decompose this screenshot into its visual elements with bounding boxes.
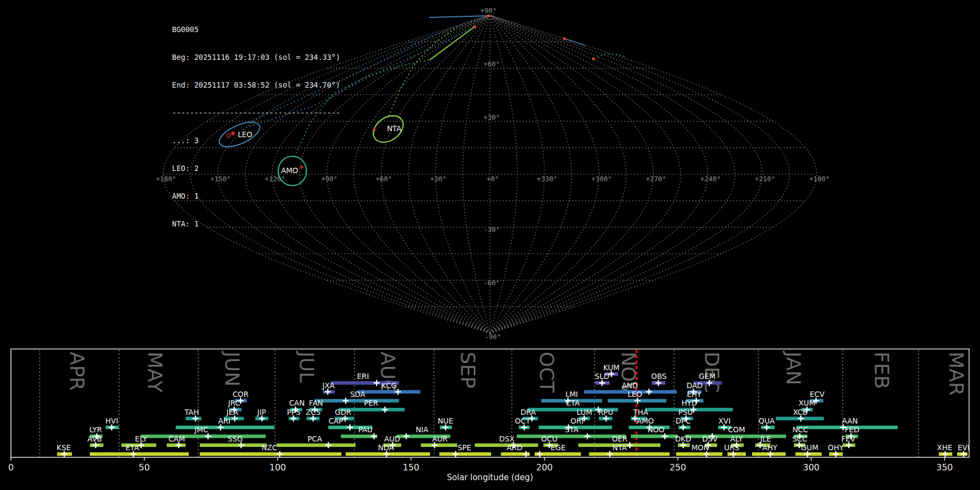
shower-label-NDA: NDA <box>378 443 394 452</box>
meteor-dot <box>563 37 566 40</box>
month-label-JUL: JUL <box>296 351 318 383</box>
meteor-observation-figure: +180°+150°+120°+90°+60°+30°+0°+330°+300°… <box>0 0 980 490</box>
shower-label-LYR: LYR <box>89 425 102 434</box>
shower-label-JRC: JRC <box>228 399 240 407</box>
count-leo: LEO: 2 <box>172 164 340 173</box>
shower-label-DKD: DKD <box>675 434 691 443</box>
meteor-dot <box>487 14 489 17</box>
shower-bar-SDA <box>315 399 399 403</box>
shower-label-ZCS: ZCS <box>306 408 321 416</box>
lon-label: +180° <box>809 175 830 183</box>
shower-bar-KCG <box>358 390 420 394</box>
shower-bar-STA <box>517 434 626 438</box>
shower-label-XVI: XVI <box>719 416 731 425</box>
shower-label-ELY: ELY <box>135 434 148 443</box>
shower-label-GDR: GDR <box>335 408 351 416</box>
shower-label-RPU: RPU <box>598 408 613 416</box>
sky-map-chart: +180°+150°+120°+90°+60°+30°+0°+330°+300°… <box>0 0 980 347</box>
shower-label-LUM: LUM <box>577 408 592 416</box>
lon-label: +330° <box>537 175 558 183</box>
camera-id: BG0005 <box>172 25 340 34</box>
shower-label-KUM: KUM <box>603 363 620 372</box>
shower-label-OHY: OHY <box>828 443 844 452</box>
x-tick-label: 200 <box>536 462 553 473</box>
shower-label-STA: STA <box>565 425 579 434</box>
shower-bar-SPE <box>439 452 491 456</box>
shower-label-ARI: ARI <box>218 416 231 425</box>
shower-label-DSV: DSV <box>702 434 718 443</box>
shower-label-XHE: XHE <box>937 443 952 452</box>
month-label-APR: APR <box>66 352 88 390</box>
shower-label-OER: OER <box>612 434 628 443</box>
shower-label-PSU: PSU <box>678 408 693 416</box>
shower-label-TAH: TAH <box>184 408 199 416</box>
x-tick-label: 100 <box>270 462 286 473</box>
shower-label-SLD: SLD <box>595 372 610 381</box>
shower-bar-ETA <box>90 452 189 456</box>
shower-label-PAU: PAU <box>358 425 372 434</box>
x-tick-label: 0 <box>8 462 14 473</box>
observation-header: BG0005 Beg: 20251116 19:17:03 (sol = 234… <box>172 7 340 247</box>
month-label-MAR: MAR <box>945 352 967 396</box>
shower-label-CAP: CAP <box>328 416 343 425</box>
count-sporadic: ...: 3 <box>172 136 340 145</box>
shower-bar-PCA <box>277 443 356 447</box>
shower-label-DPC: DPC <box>676 416 691 425</box>
shower-label-HVI: HVI <box>106 416 118 425</box>
shower-label-NZC: NZC <box>261 443 277 452</box>
shower-label-QUA: QUA <box>758 416 775 425</box>
month-label-SEP: SEP <box>457 352 479 388</box>
month-label-MAY: MAY <box>144 352 166 393</box>
lat-label: -30° <box>483 225 500 234</box>
shower-label-SPE: SPE <box>457 443 471 452</box>
shower-bar-MON <box>676 452 722 456</box>
meteor-dot <box>473 25 476 28</box>
x-tick-label: 150 <box>403 462 420 473</box>
shower-label-JMC: JMC <box>194 425 208 434</box>
lon-label: +0° <box>487 175 499 183</box>
shower-label-EVI: EVI <box>958 443 970 452</box>
x-axis-ticks: 050100150200250300350 <box>8 457 953 473</box>
shower-label-DSX: DSX <box>499 434 514 443</box>
x-tick-label: 250 <box>670 462 687 473</box>
lat-label: -60° <box>483 279 500 287</box>
shower-label-MON: MON <box>691 443 709 452</box>
month-label-JAN: JAN <box>782 351 805 385</box>
shower-label-CAN: CAN <box>289 399 305 407</box>
x-tick-label: 300 <box>803 462 820 473</box>
shower-labels: KUMERISLDOBSGEMJXAKCGANDDADCORSDALMILEOE… <box>57 363 970 452</box>
end-time: End: 20251117 03:58:52 (sol = 234.70°) <box>172 81 340 90</box>
lat-label: +30° <box>483 113 500 121</box>
shower-label-AVB: AVB <box>87 434 102 443</box>
count-amo: AMO: 1 <box>172 192 340 201</box>
shower-bar-JMC <box>140 434 266 438</box>
shower-label-OCT: OCT <box>515 416 531 425</box>
shower-label-JEA: JEA <box>226 408 239 416</box>
shower-label-AMO: AMO <box>636 416 654 425</box>
shower-label-ETA: ETA <box>125 443 139 452</box>
shower-bar-ARI <box>176 426 274 430</box>
shower-label-PCA: PCA <box>308 434 323 443</box>
shower-label-AHY: AHY <box>762 443 777 452</box>
shower-label-PER: PER <box>364 399 378 407</box>
lon-label: +270° <box>646 175 666 183</box>
month-label-FEB: FEB <box>871 352 893 389</box>
meteor-dot <box>592 57 595 60</box>
lon-label: +210° <box>755 175 775 183</box>
shower-label-AND: AND <box>622 381 638 390</box>
shower-label-HYD: HYD <box>682 399 697 407</box>
shower-label-AAN: AAN <box>842 416 858 425</box>
lon-label: +240° <box>700 175 721 183</box>
shower-label-CAM: CAM <box>169 434 185 443</box>
shower-label-ORI: ORI <box>571 416 584 425</box>
shower-label-THA: THA <box>633 408 648 416</box>
count-nta: NTA: 1 <box>172 219 340 229</box>
shower-label-ARD: ARD <box>507 443 523 452</box>
shower-bar-NZC <box>200 452 341 456</box>
shower-label-SDA: SDA <box>350 390 366 399</box>
shower-label-EHY: EHY <box>687 390 702 399</box>
shower-label-JIP: JIP <box>257 408 266 416</box>
shower-label-GEM: GEM <box>699 372 716 381</box>
shower-label-ECV: ECV <box>810 390 825 399</box>
x-tick-label: 350 <box>936 462 953 473</box>
